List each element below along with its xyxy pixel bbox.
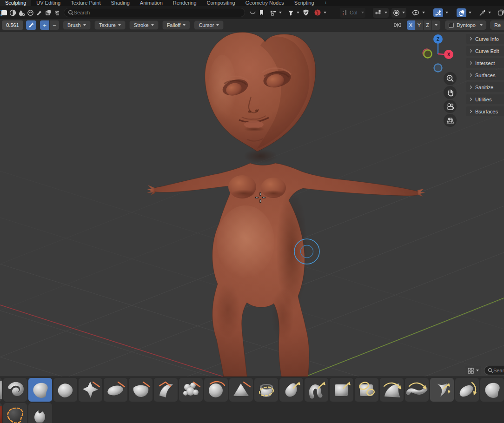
editor-type-icon[interactable] xyxy=(0,9,8,17)
outliner-display-dropdown[interactable] xyxy=(268,8,283,18)
panel-surfaces[interactable]: Surfaces xyxy=(466,70,504,80)
remove-brush-button[interactable]: − xyxy=(50,20,59,30)
remesh-dropdown[interactable]: Re xyxy=(490,20,504,30)
dropdown-label: Texture xyxy=(99,22,116,28)
3d-viewport[interactable]: Curve InfoCurve EditIntersectSurfacesSan… xyxy=(0,31,504,377)
brush-snake-hook[interactable] xyxy=(305,378,328,402)
color-attribute-label: Col xyxy=(350,10,358,15)
dyntopo-checkbox[interactable] xyxy=(449,23,454,28)
dyntopo-label: Dyntopo xyxy=(457,22,476,28)
snapping-dropdown[interactable] xyxy=(373,8,389,18)
brush-partial-red[interactable] xyxy=(0,403,2,423)
add-workspace-button[interactable]: + xyxy=(319,0,332,6)
render-region-icon[interactable] xyxy=(497,9,504,17)
shelf-search[interactable] xyxy=(484,366,504,375)
brush-fill[interactable] xyxy=(154,378,178,402)
strength-field[interactable]: 0.561 xyxy=(2,20,23,30)
panel-utilities[interactable]: Utilities xyxy=(466,94,504,104)
vertex-paint-icon[interactable] xyxy=(18,9,26,17)
workspace-tab-geometry-nodes[interactable]: Geometry Nodes xyxy=(240,0,289,6)
texture-dropdown[interactable]: Texture xyxy=(94,20,126,30)
add-brush-button[interactable]: + xyxy=(40,20,49,30)
panel-curve-edit[interactable]: Curve Edit xyxy=(466,46,504,56)
brush-crease[interactable] xyxy=(79,378,102,402)
camera-view-button[interactable] xyxy=(444,100,457,113)
panel-sanitize[interactable]: Sanitize xyxy=(466,82,504,92)
brush-pinch[interactable] xyxy=(229,378,253,402)
gizmo-x-label[interactable]: X xyxy=(447,52,451,57)
brush-toggle-button[interactable] xyxy=(26,20,36,30)
workspace-tab-rendering[interactable]: Rendering xyxy=(168,0,202,6)
brush-grab[interactable] xyxy=(279,378,303,402)
chevron-down-icon xyxy=(445,12,448,13)
brush-flatten[interactable] xyxy=(104,378,127,402)
workspace-tab-compositing[interactable]: Compositing xyxy=(202,0,240,6)
brush-rotate[interactable] xyxy=(455,378,479,402)
brush-elastic-deform[interactable] xyxy=(380,378,404,402)
weight-paint-icon[interactable] xyxy=(27,9,34,17)
brush-dropdown[interactable]: Brush xyxy=(63,20,91,30)
proportional-edit-dropdown[interactable] xyxy=(391,8,406,18)
mirror-z-button[interactable]: Z xyxy=(424,20,431,30)
curve-falloff-icon[interactable] xyxy=(249,9,257,17)
asset-shelf-controls xyxy=(465,366,504,375)
grid-icon xyxy=(446,117,454,124)
panel-intersect[interactable]: Intersect xyxy=(466,58,504,68)
brush-boundary[interactable] xyxy=(254,378,278,402)
workspace-tab-sculpting[interactable]: Sculpting xyxy=(0,0,31,6)
brush-smooth[interactable] xyxy=(28,403,52,423)
brush-partial-right[interactable] xyxy=(480,378,504,402)
workspace-tab-shading[interactable]: Shading xyxy=(106,0,134,6)
brush-mask-lasso[interactable] xyxy=(3,403,27,423)
bookmark-icon[interactable] xyxy=(258,9,265,17)
brush-wave[interactable] xyxy=(405,378,429,402)
brush-twist[interactable] xyxy=(430,378,454,402)
shield-check-icon[interactable] xyxy=(302,9,310,17)
search-input[interactable] xyxy=(74,10,241,15)
gizmo-z-label[interactable]: Z xyxy=(437,37,439,42)
gizmos-dropdown[interactable] xyxy=(432,8,450,18)
mirror-y-button[interactable]: Y xyxy=(415,20,423,30)
sculpt-mode-icon[interactable] xyxy=(9,9,17,17)
hand-icon xyxy=(446,88,454,97)
workspace-tab-texture-paint[interactable]: Texture Paint xyxy=(66,0,106,6)
material-sphere-dropdown[interactable] xyxy=(312,8,328,18)
brush-partial-left[interactable] xyxy=(0,378,2,402)
overlays-icon xyxy=(458,9,465,16)
data-icon[interactable] xyxy=(44,9,52,17)
workspace-tab-animation[interactable]: Animation xyxy=(135,0,168,6)
show-hide-dropdown[interactable] xyxy=(410,8,426,18)
brush-smear[interactable] xyxy=(3,378,27,402)
perspective-toggle-button[interactable] xyxy=(444,114,457,127)
panel-bsurfaces[interactable]: Bsurfaces xyxy=(466,106,504,116)
brush-clay[interactable] xyxy=(53,378,77,402)
workspace-tab-scripting[interactable]: Scripting xyxy=(289,0,319,6)
brush-nudge[interactable] xyxy=(330,378,353,402)
brush-draw[interactable] xyxy=(28,378,52,402)
shelf-search-input[interactable] xyxy=(493,368,504,373)
overlays-dropdown[interactable] xyxy=(455,8,473,18)
navigation-gizmo[interactable]: Z X xyxy=(411,33,463,76)
shelf-display-dropdown[interactable] xyxy=(465,366,481,375)
expand-caret-icon xyxy=(469,73,472,77)
mirror-x-button[interactable]: X xyxy=(407,20,415,30)
sculpted-character[interactable] xyxy=(146,32,425,377)
falloff-dropdown[interactable]: Falloff xyxy=(162,20,191,30)
workspace-tab-uv-editing[interactable]: UV Editing xyxy=(31,0,66,6)
brush-slide-relax[interactable] xyxy=(355,378,378,402)
cursor-dropdown[interactable]: Cursor xyxy=(194,20,224,30)
stroke-dropdown[interactable]: Stroke xyxy=(129,20,159,30)
brush-clay-strips[interactable] xyxy=(179,378,203,402)
filter-dropdown[interactable] xyxy=(286,8,301,18)
brush-inflate[interactable] xyxy=(204,378,228,402)
panel-curve-info[interactable]: Curve Info xyxy=(466,34,504,44)
zoom-button[interactable] xyxy=(444,72,457,85)
texture-paint-icon[interactable] xyxy=(35,9,43,17)
mirror-options-dropdown[interactable] xyxy=(432,20,440,30)
brush-scrape[interactable] xyxy=(129,378,153,402)
header-search[interactable] xyxy=(64,8,245,17)
chevron-down-icon xyxy=(422,12,425,13)
shading-dropdown[interactable] xyxy=(477,8,492,18)
zigzag-icon[interactable] xyxy=(53,9,61,17)
pan-button[interactable] xyxy=(444,86,457,99)
